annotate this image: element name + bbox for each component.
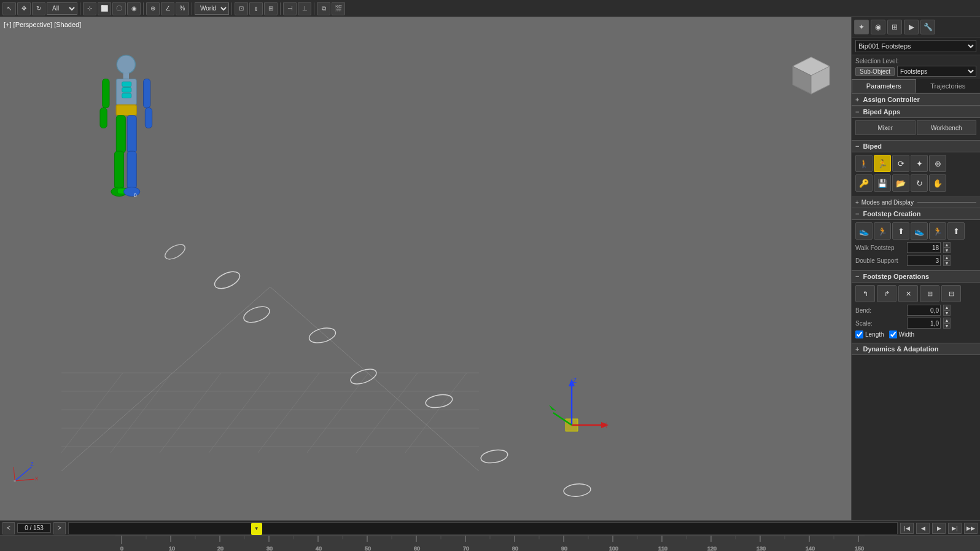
workbench-button[interactable]: Workbench (917, 120, 977, 135)
toolbar-normal-align-btn[interactable]: ⊥ (298, 2, 311, 15)
toolbar-array-btn[interactable]: ⊞ (264, 2, 278, 15)
toolbar-scene-btn[interactable]: 🎬 (332, 2, 345, 15)
svg-text:110: 110 (658, 545, 667, 551)
biped-hands-btn[interactable]: ✋ (929, 174, 946, 192)
biped-loop-btn[interactable]: ↻ (911, 174, 928, 192)
toolbar-pivot-btn[interactable]: ⊡ (235, 2, 248, 15)
toolbar-percent-snap-btn[interactable]: % (176, 2, 189, 15)
ops-activate-btn[interactable]: ⊞ (920, 285, 939, 302)
tab-parameters[interactable]: Parameters (852, 79, 916, 93)
footstep-operations-header[interactable]: − Footstep Operations (852, 270, 980, 283)
play-stop[interactable]: ▶ (932, 523, 946, 534)
toolbar-select-btn[interactable]: ↖ (2, 2, 16, 15)
toolbar-align-btn[interactable]: ⊣ (283, 2, 297, 15)
viewport[interactable]: [+] [Perspective] [Shaded] (0, 17, 851, 520)
timeline-next-btn[interactable]: > (53, 522, 66, 534)
play-next-key[interactable]: ▶▶ (964, 523, 978, 534)
biped-dance-btn[interactable]: ✦ (911, 155, 928, 172)
walk-footstep-down[interactable]: ▼ (943, 248, 951, 253)
timeline-prev-btn[interactable]: < (2, 522, 15, 534)
width-check-item[interactable]: Width (889, 330, 915, 338)
ops-delete-btn[interactable]: ✕ (898, 285, 918, 302)
walk-footstep-row: Walk Footstep ▲ ▼ (855, 242, 976, 253)
footstep-creation-collapse: − (855, 210, 859, 217)
scale-up[interactable]: ▲ (943, 318, 951, 323)
biped-save-btn[interactable]: 💾 (874, 174, 891, 192)
toolbar-angle-snap-btn[interactable]: ∠ (161, 2, 174, 15)
biped-section-header[interactable]: − Biped (852, 140, 980, 152)
width-checkbox[interactable] (889, 330, 897, 338)
toolbar-layer-btn[interactable]: ⧉ (317, 2, 330, 15)
length-label: Length (865, 331, 884, 338)
fs-create-walk-btn[interactable]: 👟 (855, 222, 873, 240)
modes-display-header[interactable]: + Modes and Display (852, 197, 980, 208)
biped-extra-btn[interactable]: ⊕ (929, 155, 946, 172)
toolbar-paint-btn[interactable]: ◉ (127, 2, 141, 15)
length-checkbox[interactable] (855, 330, 863, 338)
panel-icon-paint[interactable]: ◉ (871, 20, 885, 34)
biped-walk-btn[interactable]: 🚶 (855, 155, 873, 172)
double-support-row: Double Support ▲ ▼ (855, 255, 976, 266)
toolbar-move-btn[interactable]: ✥ (17, 2, 31, 15)
svg-point-60 (14, 480, 16, 482)
toolbar-cursor-btn[interactable]: ⊹ (83, 2, 96, 15)
ops-bend-left-btn[interactable]: ↰ (855, 285, 875, 302)
toolbar-lasso-btn[interactable]: 〇 (112, 2, 126, 15)
biped-apps-header[interactable]: − Biped Apps (852, 106, 980, 118)
scale-down[interactable]: ▼ (943, 323, 951, 329)
biped-load-btn[interactable]: 📂 (892, 174, 909, 192)
scale-input[interactable] (907, 318, 941, 329)
panel-icon-motion[interactable]: ▶ (904, 20, 919, 34)
walk-footstep-input[interactable] (907, 242, 941, 253)
fs-create-run-btn[interactable]: 🏃 (874, 222, 891, 240)
svg-text:50: 50 (365, 545, 371, 551)
svg-point-52 (480, 448, 509, 464)
play-next-frame[interactable]: ▶| (948, 523, 962, 534)
toolbar-rotate-btn[interactable]: ↻ (32, 2, 45, 15)
reference-coord-dropdown[interactable]: World (195, 2, 229, 15)
fs-append-jump-btn[interactable]: ⬆ (947, 222, 965, 240)
biped-content: 🚶 🏃 ⟳ ✦ ⊕ 🔑 💾 📂 ↻ ✋ (852, 152, 980, 197)
timeline-scrubber[interactable]: ▼ (251, 523, 262, 535)
toolbar-mirror-btn[interactable]: ⫿ (249, 2, 263, 15)
biped-section-title: Biped (863, 143, 882, 150)
length-check-item[interactable]: Length (855, 330, 884, 338)
panel-object-dropdown[interactable]: Bip001 Footsteps (855, 40, 976, 52)
biped-key-btn[interactable]: 🔑 (855, 174, 873, 192)
timeline-tick-bar[interactable]: 0 10 20 30 40 50 60 70 80 90 1 (0, 536, 980, 551)
ops-bend-right-btn[interactable]: ↱ (877, 285, 896, 302)
dynamics-collapse: + (855, 345, 859, 353)
play-prev-frame[interactable]: ◀ (916, 523, 930, 534)
dynamics-adaptation-header[interactable]: + Dynamics & Adaptation (852, 343, 980, 355)
fs-append-run-btn[interactable]: 🏃 (929, 222, 946, 240)
toolbar-region-btn[interactable]: ⬜ (98, 2, 111, 15)
double-support-input[interactable] (907, 255, 941, 266)
selection-level-label: Selection Level: (855, 58, 976, 64)
biped-run-btn[interactable]: 🏃 (874, 155, 891, 172)
ops-deactivate-btn[interactable]: ⊟ (941, 285, 961, 302)
toolbar-snap3d-btn[interactable]: ⊕ (146, 2, 160, 15)
footstep-creation-header[interactable]: − Footstep Creation (852, 208, 980, 220)
bend-input[interactable] (907, 305, 941, 316)
timeline-scrub-bar[interactable]: ▼ (68, 522, 898, 534)
fs-create-jump-btn[interactable]: ⬆ (892, 222, 909, 240)
tab-trajectories[interactable]: Trajectories (916, 79, 981, 93)
panel-icon-cursor[interactable]: ✦ (854, 20, 869, 34)
bend-down[interactable]: ▼ (943, 310, 951, 316)
mixer-button[interactable]: Mixer (855, 120, 916, 135)
bend-up[interactable]: ▲ (943, 305, 951, 310)
selection-level-dropdown[interactable]: Footsteps (897, 66, 976, 77)
panel-icon-utility[interactable]: 🔧 (920, 20, 935, 34)
biped-jog-btn[interactable]: ⟳ (892, 155, 909, 172)
fs-append-walk-btn[interactable]: 👟 (911, 222, 928, 240)
ops-buttons: ↰ ↱ ✕ ⊞ ⊟ (855, 285, 976, 302)
double-support-down[interactable]: ▼ (943, 260, 951, 266)
double-support-up[interactable]: ▲ (943, 255, 951, 260)
walk-footstep-up[interactable]: ▲ (943, 242, 951, 248)
svg-text:10: 10 (169, 545, 175, 551)
panel-icon-hierarchy[interactable]: ⊞ (887, 20, 902, 34)
selection-filter-dropdown[interactable]: All (47, 2, 77, 15)
assign-controller-header[interactable]: + Assign Controller (852, 93, 980, 106)
play-prev-key[interactable]: |◀ (900, 523, 914, 534)
svg-text:0: 0 (120, 545, 123, 551)
